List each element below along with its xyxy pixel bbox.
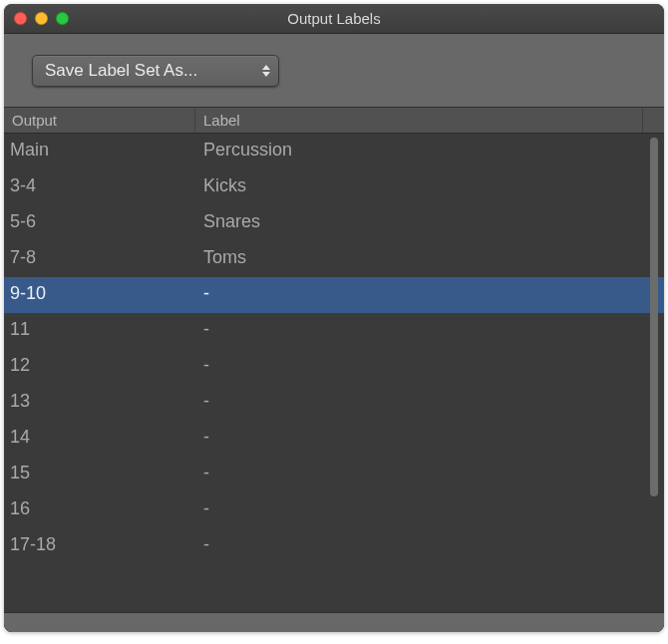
row-gutter: [642, 313, 664, 349]
titlebar: Output Labels: [4, 4, 664, 34]
output-cell[interactable]: 9-10: [4, 277, 195, 313]
table-row[interactable]: 12-: [4, 349, 664, 385]
popup-arrows-icon: [262, 65, 270, 77]
close-window-button[interactable]: [14, 12, 27, 25]
table-row[interactable]: 7-8Toms: [4, 241, 664, 277]
label-cell[interactable]: -: [195, 421, 642, 457]
row-gutter: [642, 205, 664, 241]
output-cell[interactable]: 11: [4, 313, 195, 349]
table-row[interactable]: 16-: [4, 492, 664, 528]
table-row[interactable]: 14-: [4, 421, 664, 457]
traffic-lights: [14, 12, 69, 25]
column-header-label[interactable]: Label: [195, 108, 642, 133]
table-row[interactable]: 3-4Kicks: [4, 169, 664, 205]
column-header-spacer: [642, 108, 664, 133]
label-cell[interactable]: -: [195, 457, 642, 492]
label-set-popup[interactable]: Save Label Set As...: [32, 55, 279, 87]
label-set-popup-label: Save Label Set As...: [45, 61, 197, 81]
row-gutter: [642, 169, 664, 205]
row-gutter: [642, 528, 664, 564]
output-cell[interactable]: 17-18: [4, 528, 195, 564]
label-cell[interactable]: -: [195, 385, 642, 421]
row-gutter: [642, 277, 664, 313]
output-cell[interactable]: 12: [4, 349, 195, 385]
table-body: MainPercussion3-4Kicks5-6Snares7-8Toms9-…: [4, 134, 664, 564]
label-cell[interactable]: Kicks: [195, 169, 642, 205]
row-gutter: [642, 385, 664, 421]
label-cell[interactable]: -: [195, 313, 642, 349]
output-cell[interactable]: 15: [4, 457, 195, 492]
zoom-window-button[interactable]: [56, 12, 69, 25]
row-gutter: [642, 349, 664, 385]
output-cell[interactable]: 16: [4, 492, 195, 528]
output-cell[interactable]: Main: [4, 134, 195, 169]
output-cell[interactable]: 13: [4, 385, 195, 421]
row-gutter: [642, 134, 664, 169]
output-cell[interactable]: 5-6: [4, 205, 195, 241]
output-cell[interactable]: 3-4: [4, 169, 195, 205]
table: Output Label MainPercussion3-4Kicks5-6Sn…: [4, 108, 664, 632]
label-cell[interactable]: -: [195, 277, 642, 313]
label-cell[interactable]: Percussion: [195, 134, 642, 169]
column-header-output[interactable]: Output: [4, 108, 195, 133]
label-cell[interactable]: -: [195, 492, 642, 528]
table-row[interactable]: 15-: [4, 457, 664, 492]
table-row[interactable]: 13-: [4, 385, 664, 421]
row-gutter: [642, 241, 664, 277]
label-cell[interactable]: -: [195, 528, 642, 564]
window-title: Output Labels: [4, 10, 664, 27]
window: Output Labels Save Label Set As... Outpu…: [4, 4, 664, 632]
column-headers: Output Label: [4, 108, 664, 134]
label-cell[interactable]: Toms: [195, 241, 642, 277]
table-row[interactable]: 17-18-: [4, 528, 664, 564]
row-gutter: [642, 492, 664, 528]
row-gutter: [642, 421, 664, 457]
table-row[interactable]: 9-10-: [4, 277, 664, 313]
row-gutter: [642, 457, 664, 492]
label-cell[interactable]: Snares: [195, 205, 642, 241]
minimize-window-button[interactable]: [35, 12, 48, 25]
output-cell[interactable]: 14: [4, 421, 195, 457]
table-row[interactable]: MainPercussion: [4, 134, 664, 169]
table-row[interactable]: 5-6Snares: [4, 205, 664, 241]
output-cell[interactable]: 7-8: [4, 241, 195, 277]
table-row[interactable]: 11-: [4, 313, 664, 349]
toolbar: Save Label Set As...: [4, 34, 664, 108]
label-cell[interactable]: -: [195, 349, 642, 385]
status-bar: [4, 612, 664, 632]
